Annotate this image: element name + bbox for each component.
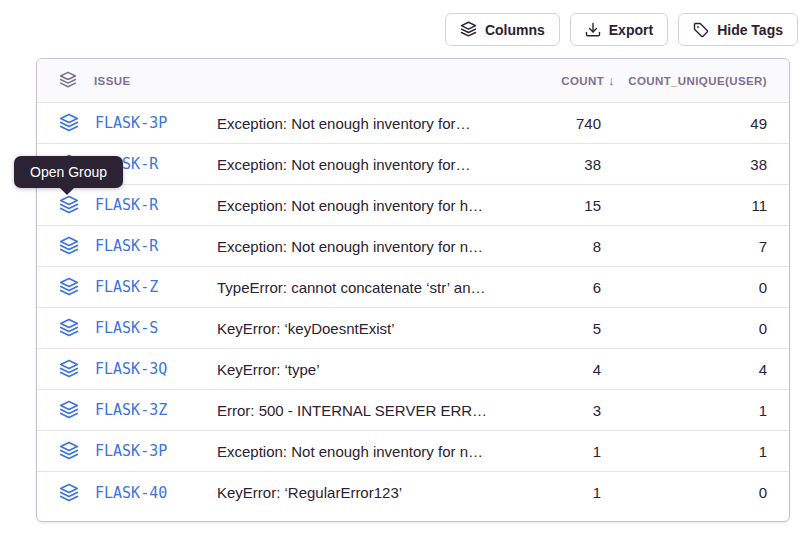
issue-cell: FLASK-R [37,195,217,215]
tag-icon [693,22,709,38]
column-header-count-unique[interactable]: COUNT_UNIQUE(USER) [601,75,789,87]
count-value: 6 [501,279,601,296]
column-header-count-label: COUNT [561,75,604,87]
columns-button-label: Columns [485,22,545,38]
column-header-issue[interactable]: ISSUE [37,71,217,91]
issue-cell: FLASK-3P [37,441,217,461]
issue-id-link[interactable]: FLASK-3Q [95,360,167,378]
count-value: 1 [501,484,601,501]
count-value: 38 [501,156,601,173]
count-unique-value: 49 [601,115,789,132]
toolbar: Columns Export Hide Tags [445,13,798,46]
issue-cell: FLASK-3P [37,113,217,133]
issue-id-link[interactable]: FLASK-R [95,237,158,255]
issue-id-link[interactable]: FLASK-3P [95,114,167,132]
count-unique-value: 11 [601,197,789,214]
table-row[interactable]: FLASK-3P Exception: Not enough inventory… [37,103,789,144]
download-icon [585,22,601,38]
column-header-issue-label: ISSUE [94,75,131,87]
issue-title: Exception: Not enough inventory for n… [217,238,501,255]
open-group-button[interactable] [59,359,79,379]
columns-button[interactable]: Columns [445,13,560,46]
open-group-button[interactable] [59,318,79,338]
count-value: 15 [501,197,601,214]
count-unique-value: 0 [601,320,789,337]
column-header-count[interactable]: COUNT↓ [501,73,601,88]
stack-icon [460,21,477,38]
issue-title: KeyError: ‘RegularError123’ [217,484,501,501]
column-header-count-unique-label: COUNT_UNIQUE(USER) [628,75,767,87]
issue-id-link[interactable]: FLASK-Z [95,278,158,296]
count-value: 3 [501,402,601,419]
count-unique-value: 4 [601,361,789,378]
count-unique-value: 1 [601,443,789,460]
open-group-button[interactable] [59,277,79,297]
issue-id-link[interactable]: FLASK-R [95,196,158,214]
count-value: 5 [501,320,601,337]
issue-title: KeyError: ‘keyDoesntExist’ [217,320,501,337]
count-unique-value: 0 [601,484,789,501]
issue-id-link[interactable]: FLASK-3P [95,442,167,460]
count-value: 4 [501,361,601,378]
issue-title: Exception: Not enough inventory for n… [217,443,501,460]
open-group-tooltip-label: Open Group [30,164,107,180]
issue-id-link[interactable]: FLASK-40 [95,484,167,502]
issue-id-link[interactable]: FLASK-3Z [95,401,167,419]
count-value: 740 [501,115,601,132]
open-group-button[interactable] [59,236,79,256]
issue-title: Error: 500 - INTERNAL SERVER ERROR [217,402,501,419]
table-row[interactable]: FLASK-3Q KeyError: ‘type’ 4 4 [37,349,789,390]
issue-title: Exception: Not enough inventory for… [217,156,501,173]
count-value: 8 [501,238,601,255]
issues-table: ISSUE COUNT↓ COUNT_UNIQUE(USER) FLASK-3P… [36,58,790,522]
issue-id-link[interactable]: FLASK-S [95,319,158,337]
export-button[interactable]: Export [570,13,668,46]
open-group-button[interactable] [59,483,79,503]
issue-cell: FLASK-S [37,318,217,338]
issue-title: Exception: Not enough inventory for… [217,115,501,132]
issue-cell: FLASK-40 [37,483,217,503]
table-row[interactable]: FLASK-40 KeyError: ‘RegularError123’ 1 0 [37,472,789,513]
issue-cell: FLASK-Z [37,277,217,297]
issue-cell: FLASK-3Q [37,359,217,379]
hide-tags-button-label: Hide Tags [717,22,783,38]
table-row[interactable]: FLASK-3P Exception: Not enough inventory… [37,431,789,472]
open-group-button[interactable] [59,195,79,215]
count-unique-value: 7 [601,238,789,255]
issue-cell: FLASK-R [37,236,217,256]
issue-cell: FLASK-3Z [37,400,217,420]
count-unique-value: 0 [601,279,789,296]
issue-title: KeyError: ‘type’ [217,361,501,378]
open-group-button[interactable] [59,441,79,461]
table-row[interactable]: FLASK-R Exception: Not enough inventory … [37,226,789,267]
table-row[interactable]: FLASK-R Exception: Not enough inventory … [37,144,789,185]
table-header-row: ISSUE COUNT↓ COUNT_UNIQUE(USER) [37,59,789,103]
open-group-button[interactable] [59,113,79,133]
hide-tags-button[interactable]: Hide Tags [678,13,798,46]
open-group-tooltip: Open Group [14,156,123,188]
table-row[interactable]: FLASK-3Z Error: 500 - INTERNAL SERVER ER… [37,390,789,431]
issue-title: Exception: Not enough inventory for h… [217,197,501,214]
count-value: 1 [501,443,601,460]
export-button-label: Export [609,22,653,38]
issue-title: TypeError: cannot concatenate ‘str’ an… [217,279,501,296]
count-unique-value: 38 [601,156,789,173]
table-row[interactable]: FLASK-Z TypeError: cannot concatenate ‘s… [37,267,789,308]
table-row[interactable]: FLASK-S KeyError: ‘keyDoesntExist’ 5 0 [37,308,789,349]
count-unique-value: 1 [601,402,789,419]
table-row[interactable]: FLASK-R Exception: Not enough inventory … [37,185,789,226]
stack-icon [59,71,77,91]
open-group-button[interactable] [59,400,79,420]
